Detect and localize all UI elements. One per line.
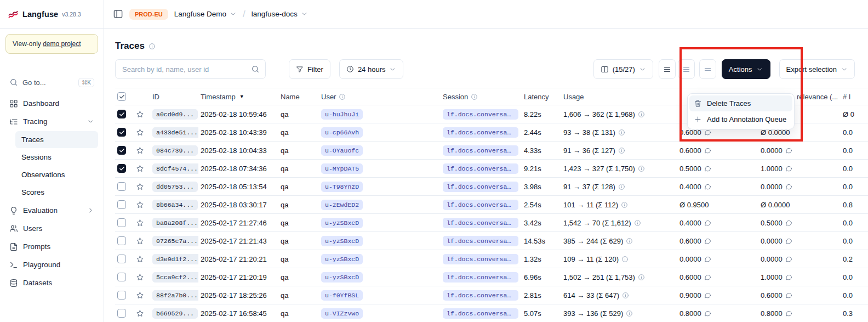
score-b-comment-icon[interactable] [785,238,792,245]
user-badge[interactable]: u-yzSBxcD [321,236,363,246]
sidebar-item-evaluation[interactable]: Evaluation [0,201,104,219]
header-id[interactable]: ID [150,93,198,101]
row-checkbox[interactable] [117,236,126,245]
header-user[interactable]: User [319,93,441,101]
sidebar-item-datasets[interactable]: Datasets [0,274,104,292]
user-badge[interactable]: u-zEwdED2 [321,200,363,210]
filter-button[interactable]: Filter [289,59,330,79]
session-badge[interactable]: lf.docs.conversation... [443,182,518,192]
columns-button[interactable]: (15/27) [593,59,653,79]
header-usage[interactable]: Usage [561,93,677,101]
row-height-medium-button[interactable] [678,59,695,79]
trace-id-badge[interactable]: a433de51... [152,127,198,138]
project-switcher[interactable]: langfuse-docs [252,10,308,18]
trace-id-badge[interactable]: a0cd0d9... [152,109,198,120]
sidebar-item-sessions[interactable]: Sessions [15,149,98,166]
header-timestamp[interactable]: Timestamp▼ [198,93,278,101]
trace-id-badge[interactable]: dd05753... [152,182,198,192]
goto-button[interactable]: Go to... ⌘K [4,74,99,91]
table-row[interactable]: 8b66a34... 2025-02-18 03:30:17 qa u-zEwd… [115,196,868,214]
row-checkbox[interactable] [117,146,126,155]
session-badge[interactable]: lf.docs.conversation... [443,145,518,156]
score-b-comment-icon[interactable] [785,310,792,317]
session-badge[interactable]: lf.docs.conversation... [443,163,518,174]
sidebar-item-playground[interactable]: Playground [0,256,104,274]
trace-id-badge[interactable]: 07265c7a... [152,236,198,246]
sidebar-item-tracing[interactable]: Tracing [0,112,104,131]
session-badge[interactable]: lf.docs.conversation... [443,236,518,246]
score-b-comment-icon[interactable] [785,147,792,154]
row-checkbox[interactable] [117,200,126,209]
score-b-comment-icon[interactable] [785,183,792,190]
sidebar-item-scores[interactable]: Scores [15,184,98,201]
star-icon[interactable] [136,165,144,173]
user-badge[interactable]: u-VIZzvwo [321,308,363,319]
star-icon[interactable] [136,128,144,137]
row-checkbox[interactable] [117,218,126,227]
trace-id-badge[interactable]: 8dcf4574... [152,163,198,174]
star-icon[interactable] [136,110,144,118]
sidebar-item-observations[interactable]: Observations [15,166,98,183]
header-score-count[interactable]: # I [841,93,868,101]
star-icon[interactable] [136,237,144,245]
star-icon[interactable] [136,291,144,300]
sidebar-item-users[interactable]: Users [0,219,104,238]
user-badge[interactable]: u-T98YnzD [321,182,363,192]
user-badge[interactable]: u-f0YfBSL [321,290,363,301]
score-b-comment-icon[interactable] [785,274,792,281]
sidebar-item-prompts[interactable]: Prompts [0,238,104,256]
table-row[interactable]: ba8a208f... 2025-02-17 21:27:46 qa u-yzS… [115,214,868,232]
row-checkbox[interactable] [117,110,126,118]
table-row[interactable]: b669529... 2025-02-17 16:58:45 qa u-VIZz… [115,304,868,322]
score-b-comment-icon[interactable] [785,165,792,172]
user-badge[interactable]: u-yzSBxcD [321,272,363,283]
score-a-comment-icon[interactable] [704,274,711,281]
session-badge[interactable]: lf.docs.conversation... [443,308,518,319]
table-row[interactable]: 084c739... 2025-02-18 10:04:33 qa u-OYau… [115,142,868,160]
user-badge[interactable]: u-OYauofc [321,145,363,156]
session-badge[interactable]: lf.docs.conversation... [443,200,518,210]
star-icon[interactable] [136,146,144,155]
score-b-comment-icon[interactable] [785,256,792,263]
select-all-checkbox[interactable] [117,92,126,101]
user-badge[interactable]: u-huJhuJi [321,109,363,120]
score-a-comment-icon[interactable] [704,147,711,154]
table-row[interactable]: 88f2a7b0... 2025-02-17 18:25:26 qa u-f0Y… [115,286,868,304]
row-checkbox[interactable] [117,182,126,191]
header-session[interactable]: Session [441,93,522,101]
header-name[interactable]: Name [278,93,319,101]
menu-item-add-to-annotation-queue[interactable]: Add to Annotation Queue [689,111,792,127]
row-checkbox[interactable] [117,273,126,281]
sidebar-toggle-button[interactable] [113,9,123,19]
row-checkbox[interactable] [117,291,126,300]
table-row[interactable]: 8dcf4574... 2025-02-18 07:34:36 qa u-MYp… [115,160,868,178]
table-row[interactable]: 5cca9cf2... 2025-02-17 21:20:19 qa u-yzS… [115,268,868,286]
trace-id-badge[interactable]: d3e9d1f2... [152,254,198,264]
menu-item-delete-traces[interactable]: Delete Traces [689,95,792,111]
export-button[interactable]: Export selection [779,59,855,79]
score-b-comment-icon[interactable] [785,292,792,299]
trace-id-badge[interactable]: ba8a208f... [152,218,198,228]
row-height-large-button[interactable] [699,59,716,79]
user-badge[interactable]: u-MYpDAT5 [321,163,363,174]
star-icon[interactable] [136,255,144,263]
search-input[interactable] [121,65,247,74]
session-badge[interactable]: lf.docs.conversation... [443,109,518,120]
user-badge[interactable]: u-cp66Avh [321,127,363,138]
row-height-small-button[interactable] [659,59,676,79]
row-checkbox[interactable] [117,164,126,173]
score-a-comment-icon[interactable] [704,183,711,190]
session-badge[interactable]: lf.docs.conversation... [443,290,518,301]
row-checkbox[interactable] [117,128,126,137]
score-a-comment-icon[interactable] [704,238,711,245]
star-icon[interactable] [136,201,144,209]
row-checkbox[interactable] [117,255,126,263]
score-a-comment-icon[interactable] [704,219,711,227]
user-badge[interactable]: u-yzSBxcD [321,254,363,264]
trace-id-badge[interactable]: 88f2a7b0... [152,290,198,301]
star-icon[interactable] [136,309,144,318]
score-a-comment-icon[interactable] [704,310,711,317]
score-a-comment-icon[interactable] [704,292,711,299]
trace-id-badge[interactable]: 8b66a34... [152,200,198,210]
score-a-comment-icon[interactable] [704,256,711,263]
